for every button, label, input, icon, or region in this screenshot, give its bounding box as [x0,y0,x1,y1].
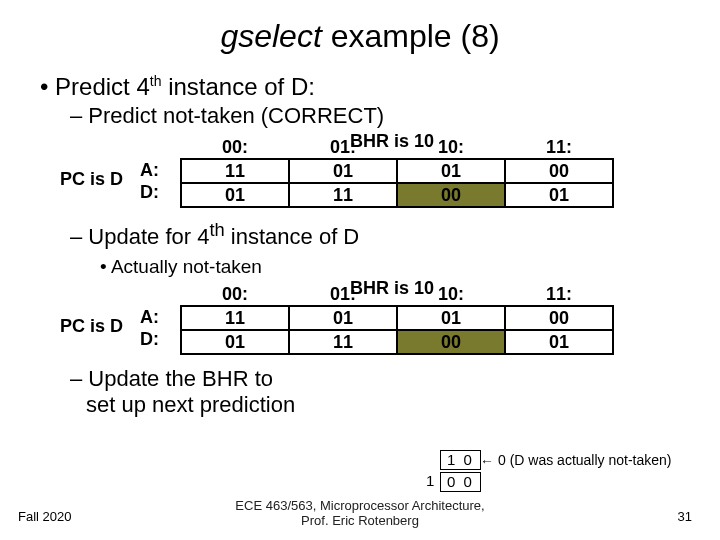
cell2-D-11: 01 [505,330,613,354]
cell2-D-00: 01 [181,330,289,354]
col-10: 10: [397,137,505,159]
predict-table: 00: 01: 10: 11: 11 01 01 00 01 11 00 01 [180,137,614,208]
cell-A-01: 01 [289,159,397,183]
bullet-update: – Update for 4th instance of D [70,219,720,250]
cell-D-10-highlight: 00 [397,183,505,207]
footer-course: ECE 463/563, Microprocessor Architecture… [0,498,720,528]
bullet-predict-result: – Predict not-taken (CORRECT) [70,103,720,129]
row-labels: A: D: [140,159,159,203]
cell-A-00: 11 [181,159,289,183]
bullet-actually-nt: • Actually not-taken [100,256,720,278]
bullet-predict: • Predict 4th instance of D: [40,73,720,101]
col-11: 11: [505,137,613,159]
title-rest: example (8) [322,18,500,54]
col2-00: 00: [181,284,289,306]
bhr-shifted-out: 1 [426,472,434,489]
col2-11: 11: [505,284,613,306]
col-00: 00: [181,137,289,159]
cell2-D-10-highlight: 00 [397,330,505,354]
cell2-A-11: 00 [505,306,613,330]
footer-page-number: 31 [678,509,692,524]
title-italic: gselect [220,18,321,54]
bullet-update-bhr: – Update the BHR to set up next predicti… [70,366,390,418]
cell2-A-01: 01 [289,306,397,330]
bhr-note: 0 (D was actually not-taken) [498,452,672,468]
slide-title: gselect example (8) [0,0,720,55]
cell-D-01: 11 [289,183,397,207]
cell2-D-01: 11 [289,330,397,354]
cell2-A-10: 01 [397,306,505,330]
cell-D-00: 01 [181,183,289,207]
pc-label-2: PC is D [60,316,123,337]
row-labels-2: A: D: [140,306,159,350]
update-table-wrap: PC is D A: D: BHR is 10 00: 01: 10: 11: … [120,282,660,358]
col2-01: 01: [289,284,397,306]
col-01: 01: [289,137,397,159]
cell-A-10: 01 [397,159,505,183]
arrow-left-icon: ← [480,453,494,469]
col2-10: 10: [397,284,505,306]
bhr-old-box: 1 0 [440,450,481,470]
cell-D-11: 01 [505,183,613,207]
predict-table-wrap: PC is D A: D: BHR is 10 00: 01: 10: 11: … [120,135,660,211]
pc-label: PC is D [60,169,123,190]
bhr-new-box: 0 0 [440,472,481,492]
update-table: 00: 01: 10: 11: 11 01 01 00 01 11 00 01 [180,284,614,355]
cell-A-11: 00 [505,159,613,183]
cell2-A-00: 11 [181,306,289,330]
